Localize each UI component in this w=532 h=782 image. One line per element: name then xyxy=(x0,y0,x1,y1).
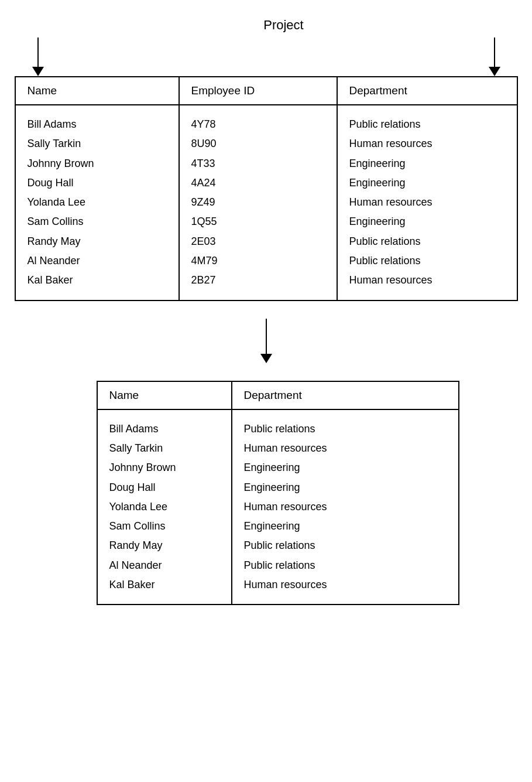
list-item: 2B27 xyxy=(191,271,325,290)
list-item: Public relations xyxy=(244,419,447,439)
list-item: Kal Baker xyxy=(109,575,219,595)
list-item: Yolanda Lee xyxy=(28,193,167,212)
header-employee-id: Employee ID xyxy=(180,77,338,104)
list-item: Engineering xyxy=(349,212,505,231)
list-item: 4M79 xyxy=(191,251,325,271)
header-department: Department xyxy=(338,77,517,104)
list-item: Johnny Brown xyxy=(28,154,167,173)
list-item: 4A24 xyxy=(191,173,325,193)
middle-arrow-head xyxy=(260,354,272,363)
project-label: Project xyxy=(15,18,518,33)
list-item: Human resources xyxy=(349,193,505,212)
top-table-depts: Public relations Human resources Enginee… xyxy=(338,105,517,300)
arrow-left-line xyxy=(37,37,39,67)
list-item: Bill Adams xyxy=(28,115,167,134)
list-item: Al Neander xyxy=(28,251,167,271)
arrows-row xyxy=(15,37,518,76)
list-item: Human resources xyxy=(244,497,447,517)
bottom-header-name: Name xyxy=(98,382,232,409)
arrow-right xyxy=(489,37,500,76)
list-item: Sally Tarkin xyxy=(28,134,167,153)
arrow-left xyxy=(32,37,44,76)
list-item: Bill Adams xyxy=(109,419,219,439)
list-item: Public relations xyxy=(349,115,505,134)
list-item: Kal Baker xyxy=(28,271,167,290)
main-diagram: Project Name Employee ID Department Bill… xyxy=(12,12,520,605)
arrow-right-line xyxy=(494,37,495,67)
list-item: 8U90 xyxy=(191,134,325,153)
header-name: Name xyxy=(16,77,180,104)
middle-arrow-line xyxy=(266,319,267,354)
list-item: 4Y78 xyxy=(191,115,325,134)
middle-arrow xyxy=(260,319,272,363)
top-table: Name Employee ID Department Bill Adams S… xyxy=(15,76,518,301)
top-table-body: Bill Adams Sally Tarkin Johnny Brown Dou… xyxy=(16,105,517,300)
arrow-left-head xyxy=(32,67,44,76)
list-item: Randy May xyxy=(28,232,167,251)
list-item: Doug Hall xyxy=(109,478,219,497)
list-item: 4T33 xyxy=(191,154,325,173)
list-item: Public relations xyxy=(244,536,447,555)
list-item: Yolanda Lee xyxy=(109,497,219,517)
top-section: Project xyxy=(15,18,518,76)
bottom-header-department: Department xyxy=(232,382,458,409)
top-table-names: Bill Adams Sally Tarkin Johnny Brown Dou… xyxy=(16,105,180,300)
list-item: Public relations xyxy=(349,251,505,271)
bottom-table-depts: Public relations Human resources Enginee… xyxy=(232,410,458,605)
arrow-right-head xyxy=(489,67,500,76)
list-item: Human resources xyxy=(244,575,447,595)
list-item: Engineering xyxy=(349,173,505,193)
bottom-table-body: Bill Adams Sally Tarkin Johnny Brown Dou… xyxy=(98,410,458,605)
list-item: 9Z49 xyxy=(191,193,325,212)
list-item: Doug Hall xyxy=(28,173,167,193)
list-item: Human resources xyxy=(349,134,505,153)
list-item: Engineering xyxy=(244,517,447,536)
list-item: Human resources xyxy=(349,271,505,290)
list-item: Randy May xyxy=(109,536,219,555)
list-item: Engineering xyxy=(349,154,505,173)
list-item: Public relations xyxy=(244,556,447,575)
top-table-ids: 4Y78 8U90 4T33 4A24 9Z49 1Q55 2E03 4M79 … xyxy=(180,105,338,300)
bottom-section: Name Department Bill Adams Sally Tarkin … xyxy=(15,301,518,606)
list-item: Sam Collins xyxy=(28,212,167,231)
list-item: Johnny Brown xyxy=(109,458,219,477)
top-table-header: Name Employee ID Department xyxy=(16,77,517,105)
list-item: Al Neander xyxy=(109,556,219,575)
list-item: Public relations xyxy=(349,232,505,251)
list-item: Sally Tarkin xyxy=(109,439,219,458)
bottom-table-header: Name Department xyxy=(98,382,458,410)
list-item: Engineering xyxy=(244,458,447,477)
bottom-table: Name Department Bill Adams Sally Tarkin … xyxy=(97,381,459,606)
list-item: Engineering xyxy=(244,478,447,497)
list-item: Human resources xyxy=(244,439,447,458)
list-item: 1Q55 xyxy=(191,212,325,231)
bottom-table-names: Bill Adams Sally Tarkin Johnny Brown Dou… xyxy=(98,410,232,605)
list-item: 2E03 xyxy=(191,232,325,251)
list-item: Sam Collins xyxy=(109,517,219,536)
